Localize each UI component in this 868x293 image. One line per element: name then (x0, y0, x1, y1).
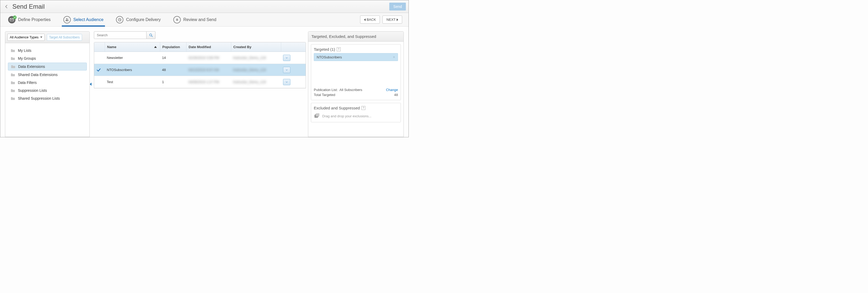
audience-types-dropdown[interactable]: All Audience Types (7, 34, 45, 41)
envelope-icon (8, 16, 16, 24)
cell-population: 1 (160, 76, 186, 88)
cell-name: Newsletter (105, 52, 160, 64)
svg-point-0 (66, 19, 67, 20)
triangle-left-icon (364, 19, 366, 21)
folder-icon (10, 57, 15, 60)
folder-icon (10, 73, 15, 76)
step-label: Configure Delivery (126, 18, 161, 22)
svg-point-6 (149, 34, 152, 36)
excluded-card: Excluded and Suppressed ? Drag and drop … (311, 103, 401, 122)
table-row[interactable]: Test104/08/2019 1:27 PMInstructor_Demo_1… (94, 76, 306, 88)
row-selected-check-icon (94, 64, 105, 76)
column-header-name[interactable]: Name (105, 42, 160, 52)
folder-icon (11, 65, 16, 68)
cell-date-modified: 02/26/2019 3:06 PM (186, 52, 231, 64)
folder-icon (10, 97, 15, 100)
data-extension-grid: Name Population Date Modified Created By… (94, 42, 306, 88)
caret-down-icon (40, 37, 42, 38)
folder-item[interactable]: My Lists (8, 47, 87, 54)
row-actions-dropdown[interactable] (283, 55, 290, 61)
search-input[interactable] (94, 31, 147, 39)
total-targeted-value: 48 (394, 93, 398, 97)
send-button[interactable]: Send (389, 3, 406, 10)
cell-date-modified: 04/13/2019 8:47 AM (186, 64, 231, 76)
step-complete-check-icon (13, 15, 17, 19)
folder-item[interactable]: My Groups (8, 55, 87, 62)
cell-created-by: Instructor_Demo_119 (231, 52, 281, 64)
folder-label: Shared Suppression Lists (18, 96, 60, 100)
folder-item[interactable]: Data Filters (8, 79, 87, 86)
publication-list-value: All Subscribers (340, 88, 363, 92)
page-title: Send Email (12, 3, 45, 10)
remove-chip-icon[interactable]: × (393, 55, 395, 59)
chevron-down-icon (285, 57, 288, 59)
step-review-and-send[interactable]: Review and Send (172, 13, 218, 26)
cell-name: Test (105, 76, 160, 88)
cell-created-by: Instructor_Demo_119 (231, 64, 281, 76)
total-targeted-label: Total Targeted (314, 93, 335, 97)
back-chevron-icon[interactable] (3, 3, 10, 10)
row-actions-dropdown[interactable] (283, 67, 290, 73)
change-publication-link[interactable]: Change (386, 88, 398, 92)
triangle-left-icon (90, 83, 92, 86)
step-label: Select Audience (73, 18, 104, 22)
help-icon[interactable]: ? (337, 47, 341, 51)
cell-population: 48 (160, 64, 186, 76)
clock-icon (116, 16, 123, 24)
folder-label: Data Filters (18, 80, 37, 85)
help-icon[interactable]: ? (362, 106, 365, 110)
table-row[interactable]: Newsletter1402/26/2019 3:06 PMInstructor… (94, 52, 306, 64)
folder-label: My Lists (18, 48, 31, 53)
targeted-card: Targeted (1) ? NTOSubscribers × Publicat… (311, 44, 401, 100)
excluded-title: Excluded and Suppressed (314, 106, 360, 110)
row-actions-dropdown[interactable] (283, 79, 290, 85)
back-button[interactable]: BACK (360, 15, 380, 24)
cell-created-by: Instructor_Demo_119 (231, 76, 281, 88)
targeted-title: Targeted (1) (314, 47, 335, 52)
cell-population: 14 (160, 52, 186, 64)
cell-date-modified: 04/08/2019 1:27 PM (186, 76, 231, 88)
table-row[interactable]: NTOSubscribers4804/13/2019 8:47 AMInstru… (94, 64, 306, 76)
folder-item[interactable]: Suppression Lists (8, 87, 87, 94)
svg-point-1 (67, 19, 68, 20)
audience-sidebar: All Audience Types Target All Subscriber… (5, 31, 90, 137)
svg-line-7 (152, 36, 153, 37)
step-select-audience[interactable]: Select Audience (62, 13, 105, 26)
next-button[interactable]: NEXT (382, 15, 402, 24)
folder-icon (10, 89, 15, 92)
cell-name: NTOSubscribers (105, 64, 160, 76)
right-panel-title: Targeted, Excluded, and Suppressed (308, 32, 403, 41)
column-header-population[interactable]: Population (160, 42, 186, 52)
exclusions-drop-zone[interactable]: Drag and drop your exclusions... (314, 112, 398, 120)
step-label: Review and Send (183, 18, 216, 22)
folder-item[interactable]: Shared Data Extensions (8, 71, 87, 78)
row-selected-check-icon (94, 76, 105, 88)
svg-rect-10 (316, 113, 319, 116)
stack-icon (314, 113, 320, 120)
triangle-right-icon (397, 19, 398, 21)
row-selected-check-icon (94, 52, 105, 64)
folder-icon (10, 48, 15, 52)
step-define-properties[interactable]: Define Properties (7, 13, 52, 26)
step-configure-delivery[interactable]: Configure Delivery (115, 13, 162, 26)
target-all-subscribers-button[interactable]: Target All Subscribers (47, 34, 82, 41)
panel-collapse-handle[interactable] (90, 31, 93, 137)
folder-label: My Groups (18, 56, 36, 61)
targeted-chip[interactable]: NTOSubscribers × (314, 53, 398, 61)
folder-icon (10, 81, 15, 85)
publication-list-label: Publication List: (314, 88, 338, 92)
chevron-down-icon (285, 69, 288, 71)
folder-item[interactable]: Shared Suppression Lists (8, 95, 87, 102)
audience-icon (63, 16, 71, 24)
column-header-date-modified[interactable]: Date Modified (186, 42, 231, 52)
chevron-down-icon (285, 81, 288, 84)
column-header-created-by[interactable]: Created By (231, 42, 281, 52)
search-button[interactable] (147, 31, 155, 39)
sort-ascending-icon (154, 46, 157, 48)
folder-item[interactable]: Data Extensions (8, 63, 87, 70)
targeted-panel: Targeted, Excluded, and Suppressed Targe… (308, 31, 404, 137)
folder-label: Shared Data Extensions (18, 73, 58, 77)
step-label: Define Properties (18, 18, 51, 22)
search-icon (149, 33, 153, 37)
folder-label: Data Extensions (18, 64, 45, 69)
